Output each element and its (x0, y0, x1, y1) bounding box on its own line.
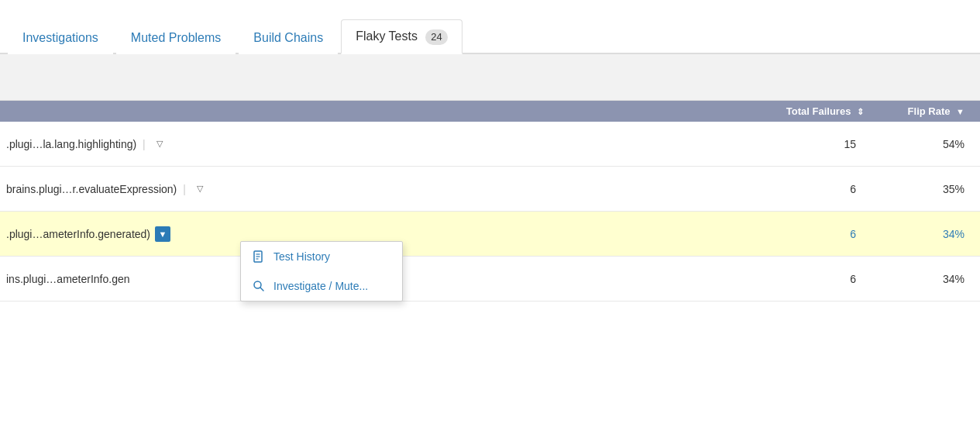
table-row: brains.plugi…r.evaluateExpression) | ▽ 6… (0, 167, 980, 212)
menu-item-label: Investigate / Mute... (273, 280, 368, 292)
row-dropdown-arrow[interactable]: ▼ (155, 226, 170, 242)
row-dropdown-arrow[interactable]: ▽ (152, 136, 167, 152)
menu-item-investigate-mute[interactable]: Investigate / Mute... (241, 271, 402, 301)
table-row: ins.plugi…ameterInfo.gen 6 34% (0, 257, 980, 302)
row-total-failures: 6 (748, 273, 872, 285)
tab-investigations[interactable]: Investigations (8, 21, 113, 54)
tab-bar: Investigations Muted Problems Build Chai… (0, 0, 980, 54)
tab-muted-problems[interactable]: Muted Problems (116, 21, 236, 54)
separator: | (183, 183, 186, 195)
row-dropdown-arrow[interactable]: ▽ (192, 181, 208, 197)
row-name: brains.plugi…r.evaluateExpression) | ▽ (0, 181, 748, 197)
row-total-failures: 15 (748, 138, 872, 150)
flaky-tests-badge: 24 (425, 29, 447, 45)
flip-rate-sort-icon: ▼ (956, 107, 965, 116)
table-row: .plugi…ameterInfo.generated) ▼ 6 34% Tes… (0, 212, 980, 257)
row-flip-rate: 34% (872, 273, 980, 285)
flip-rate-header[interactable]: Flip Rate ▼ (872, 105, 980, 117)
search-icon (252, 279, 266, 293)
total-failures-header[interactable]: Total Failures ⇕ (748, 105, 872, 117)
separator: | (143, 138, 146, 150)
table-body: .plugi…la.lang.highlighting) | ▽ 15 54% … (0, 122, 980, 302)
table-row: .plugi…la.lang.highlighting) | ▽ 15 54% (0, 122, 980, 167)
row-total-failures: 6 (748, 183, 872, 195)
total-failures-sort-icon: ⇕ (857, 107, 864, 117)
row-name: .plugi…la.lang.highlighting) | ▽ (0, 136, 748, 152)
document-icon (252, 250, 266, 264)
menu-item-test-history[interactable]: Test History (241, 242, 402, 271)
row-flip-rate: 34% (872, 228, 980, 240)
row-total-failures: 6 (748, 228, 872, 240)
row-name: .plugi…ameterInfo.generated) ▼ (0, 226, 748, 242)
svg-line-5 (260, 288, 263, 291)
filter-area (0, 54, 980, 101)
menu-item-label: Test History (273, 250, 330, 263)
row-flip-rate: 54% (872, 138, 980, 150)
tab-build-chains[interactable]: Build Chains (239, 21, 338, 54)
row-flip-rate: 35% (872, 183, 980, 195)
table-header: Total Failures ⇕ Flip Rate ▼ (0, 101, 980, 122)
context-dropdown-menu: Test History Investigate / Mute... (240, 241, 403, 302)
tab-flaky-tests[interactable]: Flaky Tests 24 (341, 19, 462, 54)
